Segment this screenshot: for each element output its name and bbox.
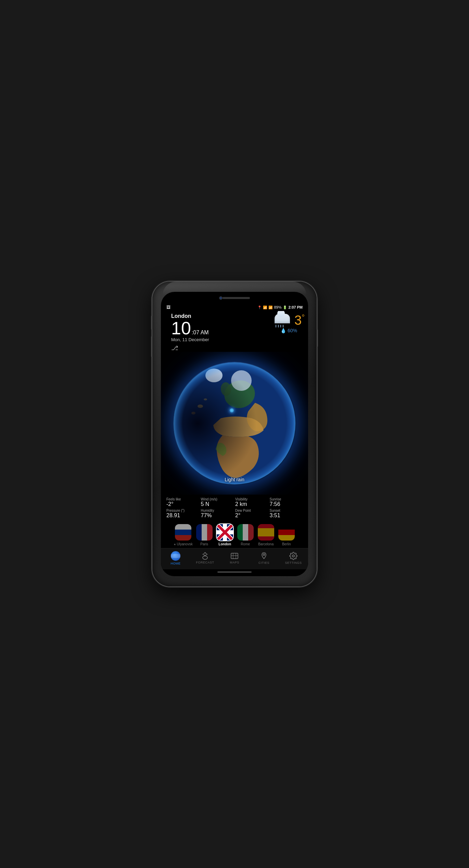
flag-stripe-blue [175,530,191,535]
sunrise-label: Sunrise [270,497,303,501]
nav-cities[interactable]: CITIES [249,552,279,565]
raindrop-1 [276,325,276,327]
flag-bottom-red [258,536,274,541]
flag-white [202,524,207,541]
maps-icon [230,552,239,560]
pressure-panel: Pressure (") 28.91 [166,509,200,519]
status-right-info: 📍 📶 📶 89% 🔋 2:07 PM [257,305,303,309]
uk-red-cross [217,524,233,541]
sunset-label: Sunset [270,509,303,512]
humidity-panel: Humidity 77% [201,509,234,519]
cities-strip: ★ Ulyanovsk Paris [161,521,308,548]
flag-gold [278,535,295,541]
nav-home-label: HOME [171,562,181,565]
app-content: London 10 :07 AM Mon, 11 December ⎇ [161,311,308,576]
city-label-ulyanovsk: ★ Ulyanovsk [174,542,192,546]
nav-settings-label: SETTINGS [285,561,302,565]
phone-bottom-bar [161,569,308,576]
sunrise-panel: Sunrise 7:56 [270,497,303,507]
city-label-paris: Paris [200,542,208,546]
city-label-barcelona: Barcelona [258,542,274,546]
flag-white [243,524,248,541]
humidity-label: Humidity [201,509,234,512]
flag-blue [196,524,202,541]
russian-flag [175,524,191,541]
flag-red [278,530,295,535]
home-indicator[interactable] [217,571,252,573]
flag-stripe-white [175,524,191,530]
flag-red [207,524,213,541]
earpiece-speaker [223,297,250,299]
feels-like-label: Feels like [166,497,200,501]
sunrise-value: 7:56 [270,501,303,507]
svg-point-21 [263,554,265,556]
signal-bars: 📶 [268,306,272,309]
visibility-value: 2 km [235,501,268,507]
flag-red [248,524,254,541]
pressure-label: Pressure (") [166,509,200,512]
city-item-ulyanovsk[interactable]: ★ Ulyanovsk [174,523,192,546]
power-button[interactable] [317,330,318,347]
flag-black [278,524,295,530]
earth-globe: Light rain [173,362,296,485]
italian-flag [237,524,254,541]
city-label-rome: Rome [241,542,250,546]
front-camera [219,296,223,300]
nav-settings[interactable]: SETTINGS [279,552,308,565]
volume-down-button[interactable] [151,336,152,357]
temperature-value: 3° [294,313,305,328]
water-drop-icon: 💧 [280,328,286,333]
city-item-berlin[interactable]: Berlin [278,523,295,546]
flag-top-red [258,524,274,528]
time-minutes: :07 AM [192,330,209,336]
battery-icon: 🔋 [283,306,287,309]
cloud-shape [275,314,290,323]
humidity-value: 77% [201,512,234,519]
raindrop-3 [280,325,281,327]
nav-home[interactable]: HOME [161,551,190,565]
bottom-navigation: HOME FORECAST [161,548,308,569]
system-time: 2:07 PM [288,305,303,309]
wind-panel: Wind (m/s) 5 N [201,497,234,507]
globe-weather-label: Light rain [225,477,244,482]
flag-stripe-red [175,535,191,541]
sunset-value: 3:51 [270,512,303,519]
pressure-value: 28.91 [166,512,200,519]
weather-condition-icon [273,314,292,327]
city-item-london[interactable]: London [216,523,234,546]
flag-green [237,524,243,541]
raindrop-4 [283,325,283,327]
city-item-barcelona[interactable]: Barcelona [257,523,275,546]
status-left-icons: 🖼 [166,305,170,310]
phone-frame: 🖼 📍 📶 📶 89% 🔋 2:07 PM London 10 :07 AM [152,282,317,586]
dewpoint-panel: Dew Point 2° [235,509,268,519]
flag-london [216,523,234,541]
wind-value: 5 N [201,501,234,507]
nav-forecast[interactable]: FORECAST [190,552,220,564]
svg-point-22 [292,555,294,557]
dewpoint-label: Dew Point [235,509,268,512]
city-item-rome[interactable]: Rome [237,523,254,546]
city-label-berlin: Berlin [282,542,291,546]
globe-svg [173,362,296,485]
svg-point-16 [203,556,207,559]
degree-symbol: ° [302,313,305,322]
wifi-icon: 📶 [263,306,267,309]
volume-up-button[interactable] [151,316,152,330]
wind-label: Wind (m/s) [201,497,234,501]
nav-cities-label: CITIES [258,561,269,565]
visibility-panel: Visibility 2 km [235,497,268,507]
image-icon: 🖼 [166,305,170,310]
svg-point-11 [204,553,206,556]
french-flag [196,524,213,541]
current-weather-widget: 3° 💧 60% [273,313,305,333]
city-item-paris[interactable]: Paris [195,523,213,546]
date-display: Mon, 11 December [171,337,298,342]
share-icon[interactable]: ⎇ [171,344,298,352]
globe-container[interactable]: Light rain [161,352,308,495]
flag-barcelona [257,523,275,541]
cities-icon [260,552,268,560]
london-map-marker [230,408,234,412]
nav-maps[interactable]: MAPS [220,552,249,564]
flag-ulyanovsk [174,523,192,541]
